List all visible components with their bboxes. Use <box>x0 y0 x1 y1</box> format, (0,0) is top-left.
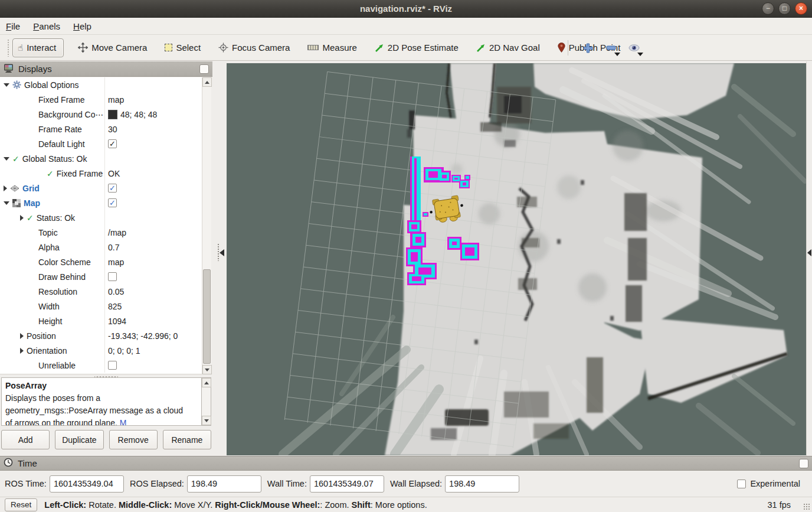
tree-row-value-cell[interactable] <box>105 269 117 284</box>
tree-row-height[interactable]: Height1094 <box>0 314 211 328</box>
reset-button[interactable]: Reset <box>5 498 37 511</box>
expander-closed-icon[interactable] <box>4 185 7 191</box>
remove-tool-button[interactable] <box>601 38 621 58</box>
tree-row-value-cell[interactable]: ✓ <box>105 181 117 195</box>
scroll-down-button[interactable] <box>202 365 212 374</box>
wall-elapsed-input[interactable] <box>445 475 519 493</box>
titlebar[interactable]: navigation.rviz* - RViz − □ × <box>0 0 812 18</box>
description-scrollbar[interactable] <box>201 377 211 426</box>
expander-closed-icon[interactable] <box>20 333 24 339</box>
tree-row-background-co[interactable]: Background Co⋯48; 48; 48 <box>0 107 211 122</box>
tree-row-value-cell[interactable]: 0.05 <box>105 284 124 299</box>
tree-row-value-cell[interactable]: 0.7 <box>105 240 119 255</box>
scroll-down-button[interactable] <box>202 416 211 425</box>
tool-visibility-button[interactable] <box>624 38 644 58</box>
tool-interact[interactable]: ☝Interact <box>12 38 64 57</box>
maximize-button[interactable]: □ <box>778 2 791 15</box>
tree-row-status-ok[interactable]: ✓Status: Ok <box>0 210 211 225</box>
tree-row-value-cell[interactable]: -19.343; -42.996; 0 <box>105 328 178 343</box>
scroll-up-button[interactable] <box>202 77 212 87</box>
3d-viewport[interactable] <box>227 63 806 455</box>
menu-file[interactable]: File <box>6 21 20 31</box>
tree-row-value-cell[interactable] <box>105 77 108 92</box>
property-checkbox[interactable]: ✓ <box>108 139 117 148</box>
tree-row-value-cell[interactable]: 1094 <box>105 314 126 328</box>
scroll-thumb[interactable] <box>203 269 211 364</box>
tool-2d-nav-goal[interactable]: 2D Nav Goal <box>476 43 540 53</box>
tree-row-value-cell[interactable]: OK <box>105 166 120 181</box>
property-checkbox[interactable]: ✓ <box>108 198 117 207</box>
collapse-right-arrow[interactable] <box>807 249 811 256</box>
tree-row-default-light[interactable]: Default Light✓ <box>0 136 211 151</box>
tree-row-value-cell[interactable] <box>105 210 108 225</box>
tree-row-value-cell[interactable]: 0; 0; 0; 1 <box>105 343 140 358</box>
expander-open-icon[interactable] <box>4 157 9 161</box>
dropdown-caret-icon[interactable] <box>614 53 620 56</box>
tree-row-value-cell[interactable] <box>105 358 117 373</box>
add-button[interactable]: Add <box>1 430 50 449</box>
window-resize-grip[interactable] <box>803 503 810 510</box>
expander-open-icon[interactable] <box>4 83 9 87</box>
tree-row-frame-rate[interactable]: Frame Rate30 <box>0 122 211 136</box>
tree-row-width[interactable]: Width825 <box>0 299 211 314</box>
tool-focus-camera[interactable]: Focus Camera <box>218 43 290 53</box>
displays-panel-header[interactable]: Displays <box>0 61 212 77</box>
add-tool-button[interactable] <box>578 38 598 58</box>
expander-closed-icon[interactable] <box>20 348 24 354</box>
property-checkbox[interactable] <box>108 272 117 281</box>
tree-row-value-cell[interactable]: ✓ <box>105 136 117 151</box>
tree-row-topic[interactable]: Topic/map <box>0 225 211 240</box>
experimental-checkbox[interactable] <box>737 480 746 488</box>
panel-viewport-splitter[interactable] <box>212 61 227 456</box>
minimize-button[interactable]: − <box>762 2 774 15</box>
tree-row-alpha[interactable]: Alpha0.7 <box>0 240 211 255</box>
menu-panels[interactable]: Panels <box>33 21 60 31</box>
tree-row-value-cell[interactable]: 30 <box>105 122 117 136</box>
tree-row-global-options[interactable]: Global Options <box>0 77 211 92</box>
tree-row-global-status-ok[interactable]: ✓Global Status: Ok <box>0 151 211 166</box>
tree-row-value-cell[interactable]: 48; 48; 48 <box>105 107 157 122</box>
displays-tree-scrollbar[interactable] <box>202 77 211 374</box>
property-checkbox[interactable] <box>108 361 117 370</box>
tool-select[interactable]: Select <box>165 43 201 53</box>
more-info-link[interactable]: M <box>120 418 127 426</box>
tree-row-value-cell[interactable]: map <box>105 92 124 107</box>
tree-row-fixed-frame[interactable]: Fixed Framemap <box>0 92 211 107</box>
time-float-button[interactable] <box>799 459 808 468</box>
menu-help[interactable]: Help <box>73 21 91 31</box>
time-panel-header[interactable]: Time <box>0 456 812 471</box>
remove-button[interactable]: Remove <box>109 430 158 449</box>
tree-row-value-cell[interactable]: /map <box>105 225 126 240</box>
tree-row-fixed-frame[interactable]: ✓Fixed FrameOK <box>0 166 211 181</box>
tree-row-resolution[interactable]: Resolution0.05 <box>0 284 211 299</box>
tree-row-grid[interactable]: Grid✓ <box>0 181 211 195</box>
tree-row-position[interactable]: Position-19.343; -42.996; 0 <box>0 328 211 343</box>
duplicate-button[interactable]: Duplicate <box>55 430 103 449</box>
ros-elapsed-input[interactable] <box>187 475 261 493</box>
tree-row-value-cell[interactable]: ✓ <box>105 195 117 210</box>
scroll-up-button[interactable] <box>202 378 211 387</box>
property-checkbox[interactable]: ✓ <box>108 184 117 193</box>
color-swatch[interactable] <box>108 110 117 119</box>
expander-open-icon[interactable] <box>4 201 9 205</box>
dropdown-caret-icon[interactable] <box>637 53 643 56</box>
close-button[interactable]: × <box>795 2 807 15</box>
tree-row-color-scheme[interactable]: Color Schememap <box>0 255 211 269</box>
tree-row-orientation[interactable]: Orientation0; 0; 0; 1 <box>0 343 211 358</box>
toolbar-drag-handle[interactable] <box>7 39 10 57</box>
rename-button[interactable]: Rename <box>163 430 211 449</box>
right-panel-splitter[interactable] <box>806 61 812 456</box>
displays-float-button[interactable] <box>199 64 209 74</box>
tree-row-draw-behind[interactable]: Draw Behind <box>0 269 211 284</box>
ros-time-input[interactable] <box>50 475 124 493</box>
wall-time-input[interactable] <box>310 475 384 493</box>
expander-closed-icon[interactable] <box>20 215 24 221</box>
tree-row-map[interactable]: Map✓ <box>0 195 211 210</box>
tool-move-camera[interactable]: Move Camera <box>78 43 147 53</box>
tree-row-value-cell[interactable]: 825 <box>105 299 122 314</box>
tool-measure[interactable]: Measure <box>307 43 356 53</box>
tree-row-value-cell[interactable]: map <box>105 255 124 269</box>
tree-row-value-cell[interactable] <box>105 151 108 166</box>
collapse-left-arrow[interactable] <box>220 249 224 256</box>
tool-2d-pose-estimate[interactable]: 2D Pose Estimate <box>375 43 459 53</box>
